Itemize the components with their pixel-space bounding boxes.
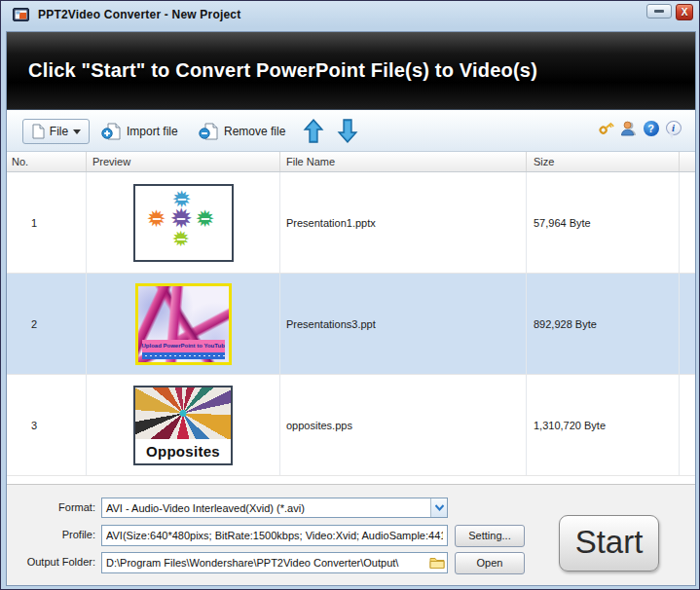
table-row-selected[interactable]: 2 Upload PowerPoint to YouTube Presentat… — [7, 274, 695, 375]
move-down-button[interactable] — [337, 118, 358, 144]
window-title: PPT2Video Converter - New Project — [38, 8, 240, 21]
app-icon — [13, 7, 30, 22]
browse-folder-icon[interactable] — [429, 555, 445, 570]
account-user-icon[interactable] — [620, 120, 637, 136]
close-button[interactable]: X — [676, 4, 693, 20]
file-name: Presentation1.pptx — [286, 217, 376, 229]
starburst-icon: ✹ — [172, 229, 190, 250]
output-folder-label: Output Folder: — [15, 556, 95, 568]
remove-file-button[interactable]: Remove file — [199, 119, 285, 144]
slide-caption: Opposites — [135, 439, 231, 463]
table-row[interactable]: 3 Opposites opposites.pps 1,310,720 Byte — [7, 375, 695, 476]
row-number: 3 — [31, 420, 37, 431]
banner-text: Click "Start" to Convert PowerPoint File… — [28, 59, 537, 82]
format-label: Format: — [15, 501, 95, 513]
banner: Click "Start" to Convert PowerPoint File… — [7, 32, 695, 110]
slide-caption-subline — [142, 352, 225, 359]
format-value: AVI - Audio-Video Interleaved(Xvid) (*.a… — [102, 502, 430, 514]
format-select[interactable]: AVI - Audio-Video Interleaved(Xvid) (*.a… — [101, 498, 448, 518]
start-button[interactable]: Start — [559, 515, 659, 572]
import-file-label: Import file — [127, 125, 178, 138]
file-menu-button[interactable]: File — [22, 119, 90, 144]
slide-preview-thumbnail: Upload PowerPoint to YouTube — [135, 283, 232, 365]
toolbar: File Import file — [7, 110, 695, 152]
row-number: 1 — [31, 217, 37, 229]
table-row[interactable]: 1 ✹ ✹ ✹ ✹ ✹ Presentation1.pptx 57,964 By… — [7, 172, 695, 274]
file-size: 892,928 Byte — [534, 318, 597, 330]
setting-button[interactable]: Setting... — [455, 525, 525, 547]
row-number: 2 — [31, 318, 37, 330]
import-file-button[interactable]: Import file — [101, 119, 178, 144]
app-window: PPT2Video Converter - New Project X Clic… — [0, 0, 700, 590]
slide-preview-thumbnail: Opposites — [133, 386, 233, 465]
column-header-preview[interactable]: Preview — [87, 152, 280, 171]
column-header-size[interactable]: Size — [527, 152, 680, 171]
starburst-icon: ✹ — [196, 207, 215, 231]
starburst-icon: ✹ — [147, 207, 166, 231]
minimize-button[interactable] — [646, 4, 672, 18]
register-key-icon[interactable] — [598, 120, 614, 136]
settings-panel: Format: AVI - Audio-Video Interleaved(Xv… — [7, 484, 695, 585]
open-button[interactable]: Open — [455, 552, 525, 574]
profile-field[interactable] — [101, 525, 448, 546]
slide-caption: Upload PowerPoint to YouTube — [142, 340, 225, 352]
toolbar-right-icons: ? i — [598, 120, 682, 136]
remove-file-icon — [199, 123, 218, 140]
info-icon[interactable]: i — [665, 120, 682, 136]
file-name: opposites.pps — [286, 420, 352, 431]
file-menu-label: File — [50, 125, 68, 138]
profile-label: Profile: — [15, 529, 95, 540]
remove-file-label: Remove file — [224, 125, 285, 138]
combo-chevron-down-icon — [430, 498, 447, 517]
minimize-icon — [654, 10, 664, 13]
column-header-no[interactable]: No. — [7, 152, 87, 171]
help-icon[interactable]: ? — [643, 120, 659, 136]
output-folder-field[interactable] — [101, 552, 448, 573]
slide-preview-thumbnail: ✹ ✹ ✹ ✹ ✹ — [133, 184, 234, 262]
column-header-filename[interactable]: File Name — [280, 152, 527, 171]
pencils-photo — [135, 387, 231, 439]
file-table: No. Preview File Name Size 1 ✹ ✹ ✹ ✹ ✹ — [7, 152, 695, 484]
file-name: Presentations3.ppt — [286, 318, 376, 330]
file-size: 1,310,720 Byte — [534, 420, 606, 431]
import-file-icon — [101, 123, 121, 140]
file-icon — [31, 124, 45, 139]
chevron-down-icon — [73, 129, 81, 134]
content-frame: Click "Start" to Convert PowerPoint File… — [6, 31, 696, 586]
move-up-button[interactable] — [303, 118, 324, 144]
column-header-filler — [680, 152, 695, 171]
close-icon: X — [682, 7, 688, 18]
titlebar: PPT2Video Converter - New Project X — [1, 1, 699, 27]
file-size: 57,964 Byte — [534, 217, 591, 229]
table-header: No. Preview File Name Size — [7, 152, 695, 172]
